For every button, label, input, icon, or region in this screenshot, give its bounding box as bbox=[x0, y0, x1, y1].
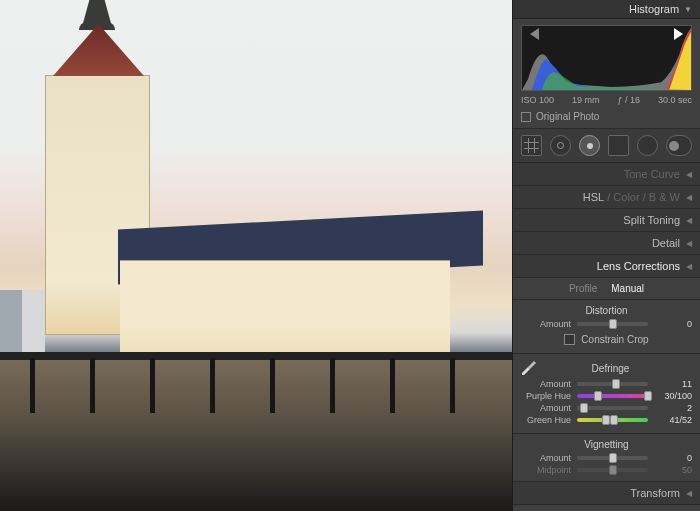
green-hue-slider[interactable] bbox=[577, 418, 648, 422]
grad-filter-icon[interactable] bbox=[608, 135, 629, 156]
vignetting-amount-slider[interactable] bbox=[577, 456, 648, 460]
defringe-amount1-label: Amount bbox=[521, 379, 571, 389]
vignetting-midpoint-slider[interactable] bbox=[577, 468, 648, 472]
radial-filter-icon[interactable] bbox=[637, 135, 658, 156]
decoration bbox=[270, 358, 275, 413]
decoration bbox=[210, 358, 215, 413]
section-lens-corrections[interactable]: Lens Corrections ◀ bbox=[513, 255, 700, 278]
vignetting-amount-row: Amount 0 bbox=[513, 452, 700, 464]
decoration bbox=[90, 358, 95, 413]
crop-tool-icon[interactable] bbox=[521, 135, 542, 156]
defringe-amount1-slider[interactable] bbox=[577, 382, 648, 386]
defringe-amount2-slider[interactable] bbox=[577, 406, 648, 410]
histogram-meta: ISO 100 19 mm ƒ / 16 30.0 sec bbox=[521, 95, 692, 105]
original-photo-label: Original Photo bbox=[536, 111, 599, 122]
tool-strip bbox=[513, 129, 700, 163]
defringe-title: Defringe bbox=[545, 363, 676, 374]
meta-focal: 19 mm bbox=[572, 95, 600, 105]
shadow-clipping-icon[interactable] bbox=[524, 28, 539, 40]
sep: / bbox=[640, 191, 649, 203]
meta-aperture: ƒ / 16 bbox=[617, 95, 640, 105]
decoration bbox=[150, 358, 155, 413]
green-hue-value[interactable]: 41/52 bbox=[654, 415, 692, 425]
vignetting-midpoint-value[interactable]: 50 bbox=[654, 465, 692, 475]
hsl-label: HSL bbox=[583, 191, 604, 203]
histogram-box: ISO 100 19 mm ƒ / 16 30.0 sec Original P… bbox=[513, 19, 700, 129]
sep: / bbox=[604, 191, 613, 203]
defringe-header: Defringe bbox=[513, 354, 700, 378]
section-label: Tone Curve bbox=[624, 168, 680, 180]
defringe-amount2-label: Amount bbox=[521, 403, 571, 413]
decoration bbox=[30, 358, 35, 413]
checkbox-icon bbox=[521, 112, 531, 122]
photo-preview[interactable] bbox=[0, 0, 512, 511]
defringe-amount1-value[interactable]: 11 bbox=[654, 379, 692, 389]
purple-hue-row: Purple Hue 30/100 bbox=[513, 390, 700, 402]
checkbox-icon bbox=[564, 334, 575, 345]
chevron-left-icon: ◀ bbox=[686, 193, 692, 202]
distortion-amount-value[interactable]: 0 bbox=[654, 319, 692, 329]
section-label: Detail bbox=[652, 237, 680, 249]
highlight-clipping-icon[interactable] bbox=[674, 28, 689, 40]
decoration bbox=[0, 360, 512, 511]
decoration bbox=[450, 358, 455, 413]
chevron-left-icon: ◀ bbox=[686, 216, 692, 225]
histogram-chart[interactable] bbox=[521, 25, 692, 91]
decoration bbox=[330, 358, 335, 413]
chevron-left-icon: ◀ bbox=[686, 262, 692, 271]
section-label: Transform bbox=[630, 487, 680, 499]
bw-label: B & W bbox=[649, 191, 680, 203]
decoration bbox=[390, 358, 395, 413]
section-label: Split Toning bbox=[623, 214, 680, 226]
vignetting-title: Vignetting bbox=[513, 434, 700, 452]
section-split-toning[interactable]: Split Toning ◀ bbox=[513, 209, 700, 232]
chevron-left-icon: ◀ bbox=[686, 489, 692, 498]
section-label: Lens Corrections bbox=[597, 260, 680, 272]
chevron-down-icon: ▼ bbox=[684, 5, 692, 14]
defringe-amount2-value[interactable]: 2 bbox=[654, 403, 692, 413]
constrain-crop-row[interactable]: Constrain Crop bbox=[513, 330, 700, 354]
vignetting-amount-value[interactable]: 0 bbox=[654, 453, 692, 463]
section-tone-curve[interactable]: Tone Curve ◀ bbox=[513, 163, 700, 186]
defringe-amount1-row: Amount 11 bbox=[513, 378, 700, 390]
meta-iso: ISO 100 bbox=[521, 95, 554, 105]
green-hue-label: Green Hue bbox=[521, 415, 571, 425]
vignetting-midpoint-label: Midpoint bbox=[521, 465, 571, 475]
vignetting-amount-label: Amount bbox=[521, 453, 571, 463]
develop-panel: Histogram ▼ ISO 100 19 mm ƒ / 16 30.0 se… bbox=[512, 0, 700, 511]
distortion-title: Distortion bbox=[513, 300, 700, 318]
defringe-amount2-row: Amount 2 bbox=[513, 402, 700, 414]
spot-tool-icon[interactable] bbox=[550, 135, 571, 156]
distortion-amount-row: Amount 0 bbox=[513, 318, 700, 330]
section-transform[interactable]: Transform ◀ bbox=[513, 481, 700, 505]
purple-hue-label: Purple Hue bbox=[521, 391, 571, 401]
histogram-svg bbox=[522, 26, 691, 90]
vignetting-midpoint-row: Midpoint 50 bbox=[513, 464, 700, 481]
histogram-title: Histogram bbox=[629, 3, 679, 15]
purple-hue-value[interactable]: 30/100 bbox=[654, 391, 692, 401]
chevron-left-icon: ◀ bbox=[686, 170, 692, 179]
eyedropper-icon[interactable] bbox=[521, 360, 537, 376]
tab-profile[interactable]: Profile bbox=[569, 283, 597, 294]
original-photo-toggle[interactable]: Original Photo bbox=[521, 111, 692, 122]
distortion-amount-slider[interactable] bbox=[577, 322, 648, 326]
section-detail[interactable]: Detail ◀ bbox=[513, 232, 700, 255]
color-label: Color bbox=[613, 191, 639, 203]
section-hsl[interactable]: HSL / Color / B & W ◀ bbox=[513, 186, 700, 209]
green-hue-row: Green Hue 41/52 bbox=[513, 414, 700, 434]
brush-tool-icon[interactable] bbox=[666, 135, 692, 156]
histogram-header[interactable]: Histogram ▼ bbox=[513, 0, 700, 19]
redeye-tool-icon[interactable] bbox=[579, 135, 600, 156]
lens-tabs: Profile Manual bbox=[513, 278, 700, 300]
tab-manual[interactable]: Manual bbox=[611, 283, 644, 294]
purple-hue-slider[interactable] bbox=[577, 394, 648, 398]
constrain-crop-label: Constrain Crop bbox=[581, 334, 648, 345]
chevron-left-icon: ◀ bbox=[686, 239, 692, 248]
meta-shutter: 30.0 sec bbox=[658, 95, 692, 105]
distortion-amount-label: Amount bbox=[521, 319, 571, 329]
